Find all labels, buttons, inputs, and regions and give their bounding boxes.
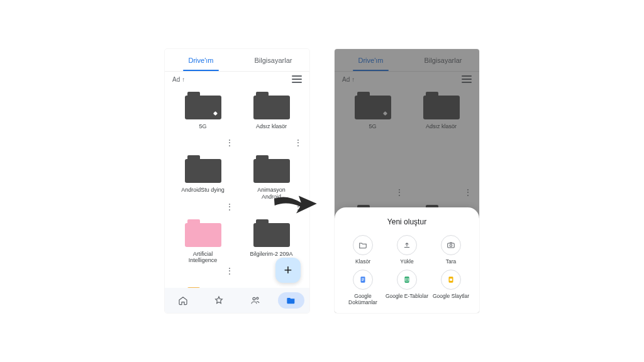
sort-button[interactable]: Ad ↑ <box>172 76 185 83</box>
tab-my-drive[interactable]: Drive'ım <box>165 49 237 71</box>
sort-arrow-icon: ↑ <box>182 76 185 83</box>
tab-computers[interactable]: Bilgisayarlar <box>237 49 309 71</box>
folder-name: Adsız klasör <box>256 123 287 136</box>
sheet-label: Google E-Tablolar <box>386 293 428 299</box>
folder-item[interactable]: Artificial Intelligence <box>169 217 237 278</box>
svg-point-1 <box>257 297 258 299</box>
svg-rect-7 <box>362 281 364 282</box>
sheet-item-sheets[interactable]: Google E-Tablolar <box>385 270 429 305</box>
svg-point-0 <box>253 297 255 300</box>
sheet-label: Tara <box>446 259 457 265</box>
folder-icon <box>185 92 221 119</box>
sheet-item-upload[interactable]: Yükle <box>385 235 429 265</box>
fab-create[interactable]: + <box>275 258 301 283</box>
folder-icon <box>253 92 290 119</box>
more-icon[interactable] <box>294 203 302 211</box>
svg-rect-2 <box>448 243 455 248</box>
sheet-label: Klasör <box>355 259 370 265</box>
phone-screen-before: Drive'ım Bilgisayarlar Ad ↑ 5G Adsız kla… <box>165 49 309 313</box>
svg-rect-5 <box>362 278 364 279</box>
phone-screen-after: Drive'ım Bilgisayarlar Ad ↑ 5G Adsız kla… <box>335 49 479 313</box>
view-toggle-icon[interactable] <box>292 75 302 83</box>
folder-item[interactable]: AndroidStu dying <box>169 153 237 214</box>
folder-outline-icon <box>353 235 373 255</box>
folder-name: Artificial Intelligence <box>180 251 226 264</box>
slides-icon <box>441 270 461 290</box>
docs-icon <box>353 270 373 290</box>
sort-bar: Ad ↑ <box>165 72 309 87</box>
sheet-item-scan[interactable]: Tara <box>429 235 473 265</box>
sort-label: Ad <box>172 76 180 83</box>
folder-name: 5G <box>199 123 206 136</box>
folder-item[interactable]: Animasyon Android <box>237 153 306 214</box>
sheet-label: Yükle <box>400 259 413 265</box>
nav-starred[interactable] <box>206 292 232 309</box>
sheet-item-slides[interactable]: Google Slaytlar <box>429 270 473 305</box>
folder-name: Animasyon Android <box>249 187 294 200</box>
folder-icon <box>185 219 221 247</box>
sheet-title: Yeni oluştur <box>341 217 473 226</box>
more-icon[interactable] <box>226 267 233 275</box>
sheet-label: Google Slaytlar <box>433 293 469 299</box>
upload-icon <box>397 235 417 255</box>
folder-icon <box>185 155 221 183</box>
folder-icon <box>253 219 290 247</box>
nav-shared[interactable] <box>242 292 269 309</box>
folder-icon <box>253 155 290 183</box>
tab-bar: Drive'ım Bilgisayarlar <box>165 49 309 72</box>
more-icon[interactable] <box>226 139 233 146</box>
svg-rect-13 <box>450 279 452 282</box>
sheet-item-docs[interactable]: Google Dokümanlar <box>341 270 385 305</box>
bottom-nav <box>165 288 309 313</box>
create-bottom-sheet: Yeni oluştur Klasör Yükle Tara Google Do… <box>335 207 479 313</box>
more-icon[interactable] <box>226 203 233 211</box>
folder-item[interactable]: Adsız klasör <box>237 89 306 150</box>
sheet-label: Google Dokümanlar <box>341 293 385 305</box>
svg-point-3 <box>450 244 452 247</box>
sheet-grid: Klasör Yükle Tara Google Dokümanlar Goog… <box>341 235 473 305</box>
svg-rect-6 <box>362 280 364 280</box>
sheets-icon <box>397 270 417 290</box>
nav-home[interactable] <box>170 292 196 309</box>
more-icon[interactable] <box>294 139 302 146</box>
nav-files[interactable] <box>278 292 304 309</box>
camera-icon <box>441 235 461 255</box>
folder-name: AndroidStu dying <box>181 187 225 199</box>
folder-item[interactable]: 5G <box>169 89 237 150</box>
sheet-item-folder[interactable]: Klasör <box>341 235 385 265</box>
